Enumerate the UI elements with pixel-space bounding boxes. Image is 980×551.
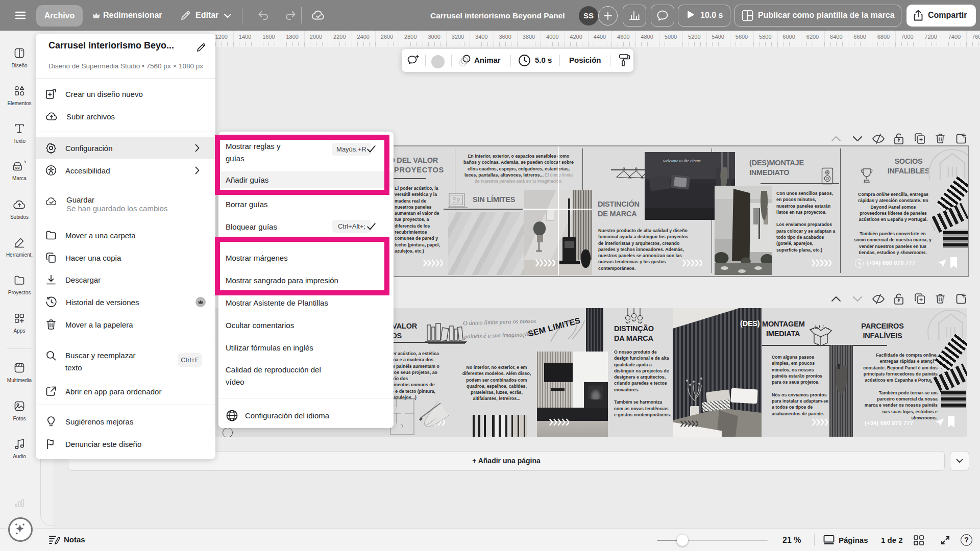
svg-text:co: co — [15, 165, 20, 170]
